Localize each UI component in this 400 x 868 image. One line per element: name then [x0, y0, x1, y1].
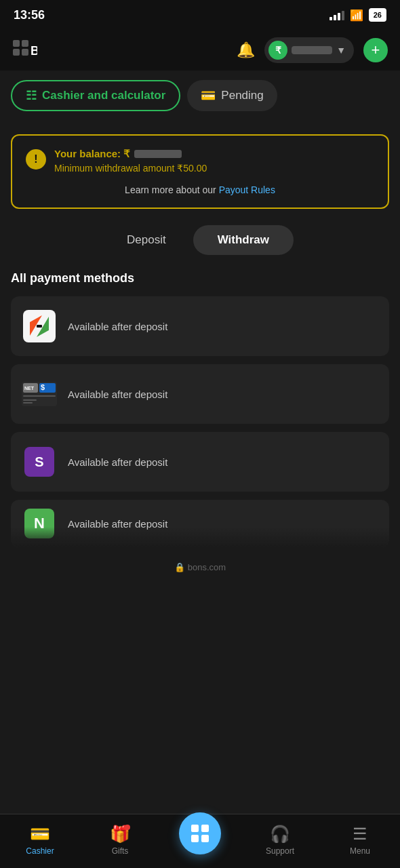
support-nav-label: Support — [266, 846, 294, 856]
signal-icon — [329, 9, 344, 20]
payment-item-text: Available after deposit — [68, 456, 167, 468]
chevron-down-icon: ▼ — [336, 45, 346, 56]
nav-gifts[interactable]: 🎁 Gifts — [80, 825, 160, 856]
list-item[interactable]: NET $ Available after deposit — [11, 364, 389, 424]
tab-cashier-and-calculator[interactable]: ☷ Cashier and calculator — [11, 80, 180, 111]
logo-icon: B — [12, 39, 38, 61]
status-time: 13:56 — [14, 8, 45, 22]
payout-rules-line: Learn more about our Payout Rules — [26, 184, 374, 195]
rupee-circle: ₹ — [268, 41, 287, 60]
brand-logo: B — [12, 39, 38, 61]
balance-hidden-amount — [134, 150, 182, 158]
svg-rect-14 — [23, 395, 56, 397]
bell-icon[interactable]: 🔔 — [237, 41, 255, 59]
menu-nav-label: Menu — [350, 846, 370, 856]
list-item[interactable]: Available after deposit — [11, 296, 389, 356]
balance-info: Your balance: ₹ Minimum withdrawal amoun… — [54, 148, 374, 174]
svg-rect-3 — [22, 49, 28, 56]
top-nav: B 🔔 ₹ ▼ + — [0, 30, 400, 71]
lock-icon: 🔒 — [174, 562, 185, 572]
support-nav-icon: 🎧 — [270, 825, 290, 844]
balance-box: ! Your balance: ₹ Minimum withdrawal amo… — [11, 134, 389, 209]
list-item[interactable]: N Available after deposit — [11, 500, 389, 547]
tab-section: ☷ Cashier and calculator 💳 Pending — [0, 71, 400, 121]
svg-rect-18 — [201, 825, 209, 832]
svg-rect-1 — [22, 40, 28, 47]
cashier-nav-label: Cashier — [26, 846, 54, 856]
menu-nav-icon: ☰ — [353, 825, 367, 844]
svg-text:$: $ — [41, 383, 45, 391]
gifts-notification-dot — [125, 825, 130, 830]
domain-footer: 🔒 bons.com — [0, 555, 400, 633]
skrill-logo: S — [22, 444, 57, 479]
balance-top: ! Your balance: ₹ Minimum withdrawal amo… — [26, 148, 374, 174]
svg-rect-20 — [201, 835, 209, 842]
balance-prefix: Your balance: ₹ — [54, 148, 130, 160]
svg-text:NET: NET — [24, 386, 35, 391]
svg-rect-17 — [191, 825, 199, 832]
balance-amount-line: Your balance: ₹ — [54, 148, 374, 160]
svg-rect-19 — [191, 835, 199, 842]
gifts-nav-label: Gifts — [112, 846, 129, 856]
svg-rect-16 — [23, 402, 33, 403]
svg-rect-8 — [37, 325, 42, 328]
payment-item-text: Available after deposit — [68, 321, 167, 332]
nav-cashier[interactable]: 💳 Cashier — [0, 825, 80, 856]
calculator-icon: ☷ — [26, 88, 37, 103]
add-funds-button[interactable]: + — [363, 38, 388, 62]
learn-more-text: Learn more about our — [125, 184, 219, 195]
battery-indicator: 26 — [369, 8, 386, 22]
skrill-s-icon: S — [24, 447, 54, 477]
nav-center-home — [160, 826, 240, 854]
payout-rules-link[interactable]: Payout Rules — [219, 184, 275, 195]
home-center-button[interactable] — [179, 812, 221, 854]
tab-pending-label: Pending — [221, 89, 263, 102]
withdraw-button[interactable]: Withdraw — [193, 225, 294, 255]
deposit-button[interactable]: Deposit — [106, 226, 186, 254]
svg-text:B: B — [31, 44, 37, 58]
balance-pill[interactable]: ₹ ▼ — [264, 37, 354, 63]
svg-rect-0 — [13, 40, 20, 47]
warning-icon: ! — [26, 149, 46, 170]
svg-rect-15 — [23, 399, 37, 401]
phonepe-logo — [22, 309, 57, 344]
status-icons: 📶 26 — [329, 8, 386, 22]
wifi-icon: 📶 — [350, 9, 363, 22]
list-item[interactable]: S Available after deposit — [11, 432, 389, 492]
svg-rect-2 — [13, 49, 20, 56]
bottom-nav: 💳 Cashier 🎁 Gifts 🎧 Support ☰ Menu — [0, 814, 400, 868]
cashier-nav-icon: 💳 — [30, 825, 50, 844]
nav-support[interactable]: 🎧 Support — [240, 825, 320, 856]
tab-cashier-label: Cashier and calculator — [42, 89, 165, 102]
balance-hidden-text — [292, 46, 332, 54]
nav-menu[interactable]: ☰ Menu — [320, 825, 400, 856]
tab-pending[interactable]: 💳 Pending — [187, 80, 277, 111]
pending-icon: 💳 — [201, 88, 216, 103]
domain-text: bons.com — [188, 562, 226, 572]
payment-methods-section: All payment methods Available after depo… — [0, 271, 400, 547]
min-withdrawal-text: Minimum withdrawal amount ₹50.00 — [54, 163, 374, 174]
status-bar: 13:56 📶 26 — [0, 0, 400, 30]
gifts-icon-wrapper: 🎁 — [110, 825, 130, 844]
nav-right: 🔔 ₹ ▼ + — [237, 37, 388, 63]
deposit-withdraw-toggle: Deposit Withdraw — [11, 225, 389, 255]
payment-methods-title: All payment methods — [11, 271, 389, 285]
payment-item-text: Available after deposit — [68, 389, 167, 400]
netbanking-logo: NET $ — [22, 376, 57, 412]
